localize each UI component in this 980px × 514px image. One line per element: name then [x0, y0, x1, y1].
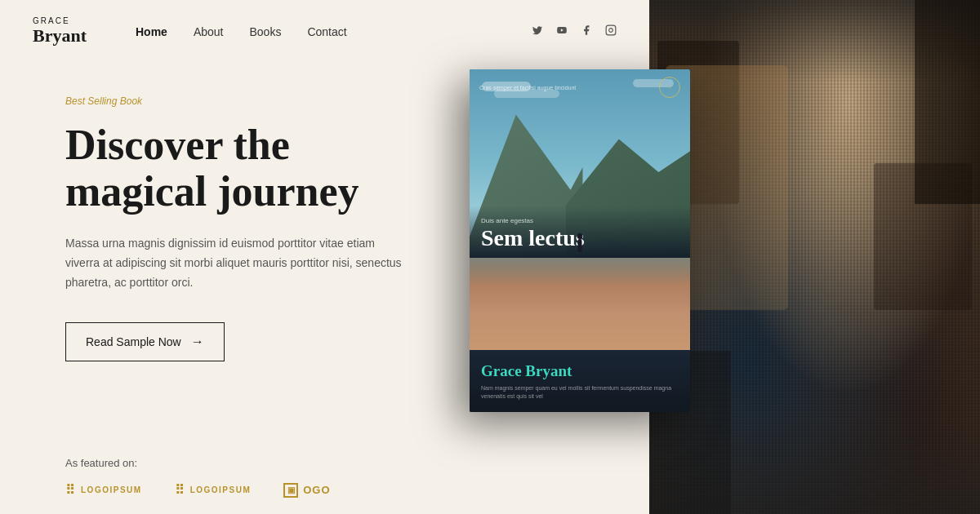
featured-logo-1: ⠿ LOGOIPSUM: [65, 482, 142, 498]
logo2-icon: ⠿: [175, 482, 185, 498]
hero-title-line1: Discover the: [65, 122, 290, 168]
logo-grace: GRACE: [33, 16, 87, 25]
nav-about[interactable]: About: [194, 25, 224, 38]
nav-home[interactable]: Home: [136, 25, 167, 38]
dark-patch-3: [915, 0, 980, 204]
facebook-icon[interactable]: [581, 24, 592, 39]
instagram-icon[interactable]: [605, 24, 617, 39]
navbar: GRACE Bryant Home About Books Contact: [0, 0, 649, 63]
figure-body: [578, 239, 582, 252]
logos-row: ⠿ LOGOIPSUM ⠿ LOGOIPSUM ▣ OGO: [65, 482, 649, 498]
logo-bryant: Bryant: [33, 25, 87, 47]
book-sky: Cras semper et facilisi augue tincidunt …: [470, 69, 690, 258]
left-panel: GRACE Bryant Home About Books Contact: [0, 0, 649, 514]
book-bottom: Grace Bryant Nam magnis semper quam eu v…: [470, 350, 690, 412]
book-description: Nam magnis semper quam eu vel mollis sit…: [481, 384, 679, 401]
book-header-text: Cras semper et facilisi augue tincidunt: [479, 85, 576, 91]
hero-title-line2: magical journey: [65, 168, 359, 215]
page-wrapper: GRACE Bryant Home About Books Contact: [0, 0, 980, 514]
figure-head: [577, 233, 583, 239]
logo3-box-icon: ▣: [283, 483, 298, 498]
featured-logo-3: ▣ OGO: [283, 483, 330, 498]
award-icon: ☆: [667, 84, 672, 91]
social-icons: [532, 24, 617, 39]
twitter-icon[interactable]: [532, 24, 543, 39]
nav-books[interactable]: Books: [250, 25, 282, 38]
logo3-text: OGO: [303, 484, 330, 496]
featured-label: As featured on:: [65, 457, 649, 469]
read-now-button[interactable]: Read Sample Now →: [65, 322, 225, 361]
hero-description: Massa urna magnis dignissim id euismod p…: [65, 234, 408, 292]
logo1-text: LOGOIPSUM: [81, 485, 142, 494]
book-subtitle: Duis ante egestas: [481, 217, 679, 224]
award-circle: ☆: [659, 77, 680, 98]
arrow-icon: →: [191, 335, 204, 349]
right-panel: [649, 0, 980, 514]
water-reflection: [470, 258, 690, 286]
read-now-label: Read Sample Now: [86, 335, 181, 348]
walking-figure: [577, 233, 583, 252]
hero-title: Discover the magical journey: [65, 122, 457, 215]
book-cover-card: Cras semper et facilisi augue tincidunt …: [470, 69, 690, 412]
featured-section: As featured on: ⠿ LOGOIPSUM ⠿ LOGOIPSUM …: [0, 441, 649, 514]
book-header: Cras semper et facilisi augue tincidunt …: [470, 69, 690, 105]
book-author: Grace Bryant: [481, 362, 679, 380]
featured-logo-2: ⠿ LOGOIPSUM: [175, 482, 252, 498]
svg-rect-0: [606, 25, 616, 35]
logo2-text: LOGOIPSUM: [190, 485, 252, 494]
nav-links: Home About Books Contact: [136, 25, 347, 38]
logo1-icon: ⠿: [65, 482, 76, 498]
book-desert: [470, 258, 690, 350]
nav-contact[interactable]: Contact: [307, 25, 346, 38]
youtube-icon[interactable]: [556, 24, 568, 39]
logo[interactable]: GRACE Bryant: [33, 16, 87, 47]
